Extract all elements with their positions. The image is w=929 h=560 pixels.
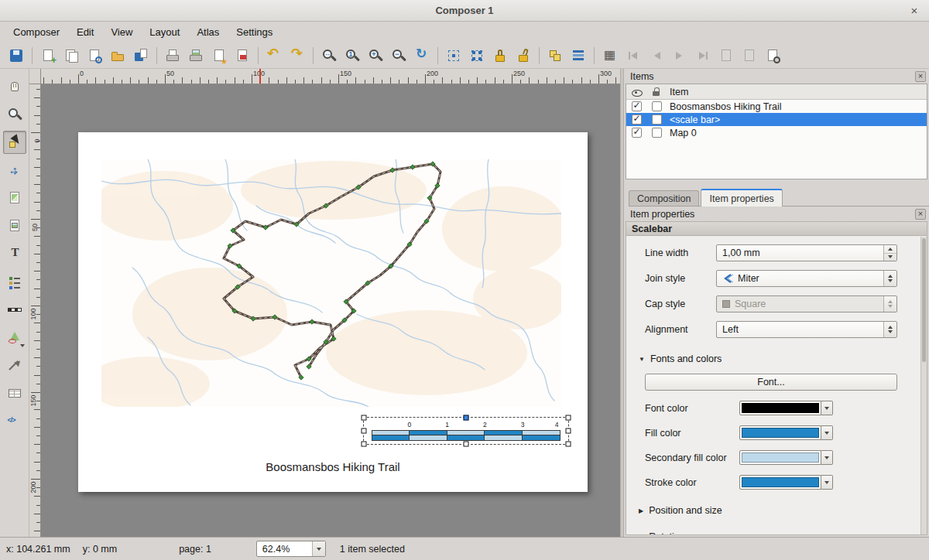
zoom-tool[interactable] [3, 103, 26, 126]
zoom-level-combobox[interactable]: 62.4% [256, 541, 326, 557]
print-button[interactable] [161, 45, 184, 67]
print-atlas-button[interactable] [715, 45, 738, 67]
export-as-svg-button[interactable] [207, 45, 231, 67]
join-style-select[interactable]: Miter [716, 270, 897, 287]
select-move-item-tool[interactable] [3, 131, 26, 154]
lock-selected-items-button[interactable] [488, 45, 512, 67]
rotation-section-header[interactable]: ▶ Rotation [639, 531, 927, 535]
fill-color-button[interactable] [739, 425, 821, 440]
scrollbar-thumb[interactable] [922, 238, 926, 362]
selection-handle[interactable] [362, 415, 367, 421]
item-row-hiking-trail-label[interactable]: Boosmansbos Hiking Trail [626, 100, 927, 113]
map-title-label-item[interactable]: Boosmansbos Hiking Trail [78, 460, 588, 473]
composition-canvas[interactable]: 0 1 2 3 4 km [41, 84, 620, 537]
zoom-in-button[interactable] [364, 45, 387, 67]
selection-handle[interactable] [566, 442, 571, 447]
item-row-scale-bar[interactable]: <scale bar> [626, 113, 927, 126]
fill-color-dropdown-button[interactable] [821, 425, 833, 440]
tab-composition[interactable]: Composition [629, 190, 699, 206]
items-panel-close-button[interactable]: × [915, 71, 926, 82]
selection-handle[interactable] [566, 429, 571, 434]
composition-canvas-area[interactable]: 050100150200250300 050100150200 [29, 69, 620, 537]
refresh-view-button[interactable] [410, 45, 434, 67]
atlas-previous-feature-button[interactable] [645, 45, 668, 67]
new-composer-button[interactable] [36, 45, 60, 67]
move-item-content-tool[interactable] [3, 159, 26, 182]
selection-handle[interactable] [362, 442, 367, 447]
window-close-button[interactable]: × [907, 3, 921, 17]
tab-item-properties[interactable]: Item properties [701, 189, 782, 207]
line-width-spinbox[interactable]: 1,00 mm [716, 244, 897, 261]
ungroup-items-button[interactable] [465, 45, 488, 67]
spin-up-button[interactable] [884, 245, 896, 253]
menu-view[interactable]: View [102, 23, 141, 41]
map-item[interactable] [101, 159, 561, 407]
spin-down-button[interactable] [884, 253, 896, 261]
position-and-size-section-header[interactable]: ▶ Position and size [639, 505, 927, 516]
add-image-tool[interactable] [3, 214, 26, 237]
secondary-fill-color-dropdown-button[interactable] [821, 450, 833, 465]
stroke-color-button[interactable] [739, 475, 821, 490]
export-as-image-button[interactable] [184, 45, 207, 67]
zoom-full-button[interactable] [317, 45, 341, 67]
add-new-label-tool[interactable] [3, 242, 26, 265]
item-row-map-0[interactable]: Map 0 [626, 126, 927, 139]
zoom-actual-size-button[interactable] [341, 45, 364, 67]
secondary-fill-color-button[interactable] [739, 450, 821, 465]
save-as-template-button[interactable] [129, 45, 153, 67]
unlock-all-items-button[interactable] [512, 45, 535, 67]
add-new-scalebar-tool[interactable] [3, 298, 26, 321]
duplicate-composer-button[interactable] [60, 45, 83, 67]
pan-tool[interactable] [3, 75, 26, 98]
menu-edit[interactable]: Edit [68, 23, 102, 41]
menu-atlas[interactable]: Atlas [188, 23, 228, 41]
font-button[interactable]: Font... [645, 374, 897, 391]
align-selected-items-button[interactable] [567, 45, 590, 67]
export-as-pdf-button[interactable] [231, 45, 254, 67]
selection-handle[interactable] [566, 415, 571, 421]
item-properties-close-button[interactable]: × [915, 209, 926, 220]
atlas-next-feature-button[interactable] [668, 45, 691, 67]
zoom-out-button[interactable] [387, 45, 410, 67]
menu-composer[interactable]: Composer [5, 23, 68, 41]
raise-selected-items-button[interactable] [543, 45, 567, 67]
visibility-checkbox[interactable] [632, 128, 642, 138]
composer-manager-button[interactable] [83, 45, 106, 67]
properties-scrollbar[interactable] [920, 237, 927, 534]
lock-checkbox[interactable] [652, 101, 662, 111]
fonts-and-colors-section-header[interactable]: ▼ Fonts and colors [639, 353, 927, 364]
add-basic-shape-tool[interactable] [3, 326, 26, 349]
add-html-frame-tool[interactable] [3, 409, 26, 432]
undo-button[interactable] [262, 45, 286, 67]
selection-handle[interactable] [464, 415, 469, 421]
add-new-legend-tool[interactable] [3, 270, 26, 293]
alignment-select[interactable]: Left [716, 321, 897, 338]
composition-page[interactable]: 0 1 2 3 4 km [78, 132, 588, 492]
add-attribute-table-tool[interactable] [3, 381, 26, 405]
scalebar-item[interactable]: 0 1 2 3 4 km [363, 417, 569, 445]
add-new-map-tool[interactable] [3, 186, 26, 210]
atlas-preview-button[interactable] [598, 45, 622, 67]
spinner-buttons[interactable] [883, 245, 896, 261]
selection-handle[interactable] [464, 442, 469, 447]
atlas-first-feature-button[interactable] [622, 45, 645, 67]
redo-button[interactable] [286, 45, 309, 67]
menu-layout[interactable]: Layout [141, 23, 188, 41]
visibility-checkbox[interactable] [632, 114, 642, 125]
font-color-dropdown-button[interactable] [821, 401, 833, 415]
export-atlas-button[interactable] [738, 45, 761, 67]
selection-handle[interactable] [362, 429, 367, 434]
stroke-color-dropdown-button[interactable] [821, 475, 833, 490]
atlas-last-feature-button[interactable] [691, 45, 715, 67]
load-from-template-button[interactable] [106, 45, 129, 67]
group-items-button[interactable] [442, 45, 465, 67]
lock-checkbox[interactable] [652, 128, 662, 138]
lock-checkbox[interactable] [652, 114, 662, 125]
visibility-checkbox[interactable] [632, 101, 642, 111]
add-arrow-tool[interactable] [3, 353, 26, 377]
font-color-button[interactable] [739, 401, 821, 415]
save-project-button[interactable] [5, 45, 28, 67]
zoom-dropdown-button[interactable] [312, 541, 325, 556]
menu-settings[interactable]: Settings [228, 23, 281, 41]
atlas-settings-button[interactable] [761, 45, 784, 67]
